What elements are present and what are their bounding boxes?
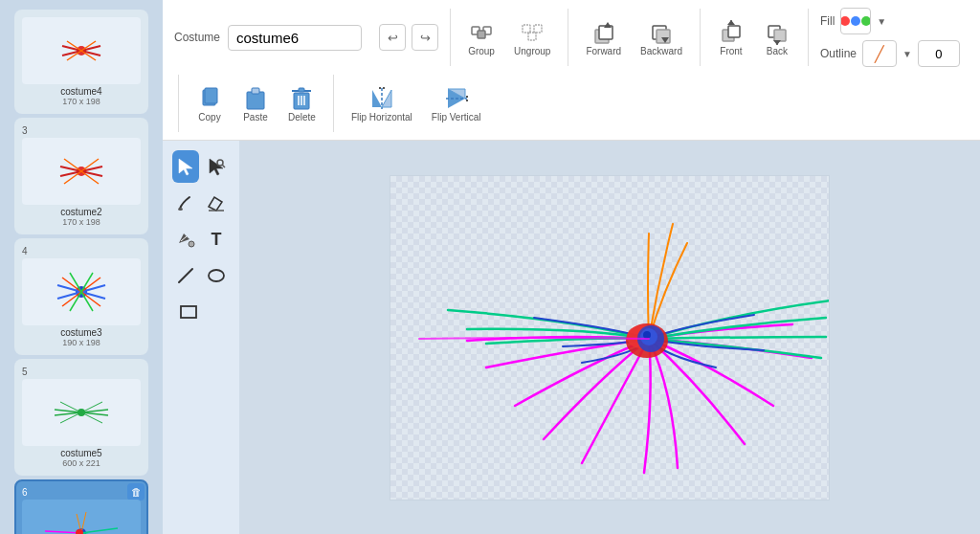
svg-rect-52 bbox=[534, 25, 542, 33]
svg-marker-89 bbox=[210, 159, 223, 175]
costume2-name: costume2 bbox=[22, 207, 141, 217]
costume2-preview bbox=[53, 147, 110, 195]
costume6-number: 6 bbox=[22, 487, 141, 498]
ellipse-tool[interactable] bbox=[203, 259, 230, 292]
back-button[interactable]: Back bbox=[758, 15, 796, 60]
flip-vertical-icon bbox=[444, 85, 469, 112]
svg-marker-78 bbox=[372, 90, 382, 107]
costume6-preview bbox=[43, 504, 120, 534]
front-button[interactable]: Front bbox=[712, 15, 750, 60]
main-area: Costume ↩ ↪ Group bbox=[163, 0, 980, 534]
front-icon bbox=[719, 19, 744, 46]
svg-rect-53 bbox=[528, 33, 536, 40]
flip-arrows-row: ↩ ↪ bbox=[379, 24, 438, 51]
tool-row-1 bbox=[172, 150, 230, 183]
svg-rect-65 bbox=[774, 30, 786, 41]
svg-rect-55 bbox=[599, 26, 612, 39]
back-icon bbox=[765, 19, 790, 46]
svg-rect-58 bbox=[657, 30, 670, 43]
text-tool[interactable]: T bbox=[203, 223, 230, 256]
svg-marker-79 bbox=[382, 90, 391, 107]
costume-item-costume6[interactable]: 6 🗑 costume6 528 x 324 bbox=[14, 479, 148, 534]
separator-5 bbox=[178, 75, 179, 132]
svg-point-92 bbox=[178, 208, 183, 211]
svg-point-109 bbox=[643, 331, 651, 339]
svg-marker-56 bbox=[604, 22, 612, 28]
fill-color-button[interactable] bbox=[840, 8, 871, 34]
backward-button[interactable]: Backward bbox=[635, 15, 688, 60]
group-button[interactable]: Group bbox=[462, 15, 501, 60]
outline-label: Outline bbox=[820, 47, 857, 60]
paste-button[interactable]: Paste bbox=[236, 81, 275, 126]
delete-label: Delete bbox=[288, 112, 316, 122]
costume2-size: 170 x 198 bbox=[22, 217, 141, 227]
reshape-tool[interactable] bbox=[203, 150, 230, 183]
delete-button[interactable]: Delete bbox=[282, 81, 322, 126]
eraser-tool[interactable] bbox=[203, 187, 230, 219]
costume-thumb-costume3 bbox=[22, 258, 141, 325]
svg-point-90 bbox=[217, 160, 223, 166]
fill-dropdown-arrow[interactable]: ▼ bbox=[877, 16, 886, 27]
svg-line-43 bbox=[81, 528, 118, 533]
svg-rect-71 bbox=[252, 88, 259, 94]
tool-row-5 bbox=[172, 296, 230, 328]
costume-item-costume4[interactable]: costume4 170 x 198 bbox=[14, 10, 148, 114]
svg-point-98 bbox=[209, 270, 224, 281]
forward-button[interactable]: Forward bbox=[580, 15, 627, 60]
costume-label: Costume bbox=[174, 31, 220, 44]
costume-item-costume3[interactable]: 4 costume3 190 x 198 bbox=[14, 238, 148, 355]
drawing-canvas[interactable] bbox=[390, 175, 830, 501]
rect-tool[interactable] bbox=[172, 296, 205, 328]
outline-dropdown-arrow[interactable]: ▼ bbox=[902, 49, 912, 59]
tool-row-2 bbox=[172, 187, 230, 219]
outline-color-button[interactable]: ╱ bbox=[862, 40, 897, 67]
svg-rect-70 bbox=[247, 92, 264, 109]
costume4-preview bbox=[53, 27, 110, 75]
flip-vertical-label: Flip Vertical bbox=[432, 112, 481, 122]
copy-button[interactable]: Copy bbox=[190, 81, 229, 126]
flip-vertical-button[interactable]: Flip Vertical bbox=[426, 81, 487, 126]
redo-button[interactable]: ↪ bbox=[412, 24, 438, 51]
copy-icon bbox=[199, 85, 220, 112]
tool-row-3: T bbox=[172, 223, 230, 256]
flip-horizontal-button[interactable]: Flip Horizontal bbox=[345, 81, 418, 126]
costume-thumb-costume4 bbox=[22, 17, 141, 84]
costume6-delete-button[interactable]: 🗑 bbox=[127, 483, 145, 501]
fill-tool[interactable] bbox=[172, 223, 199, 256]
outline-size-input[interactable] bbox=[918, 40, 960, 67]
flip-horizontal-icon bbox=[369, 85, 394, 112]
costume5-number: 5 bbox=[22, 367, 141, 377]
forward-icon bbox=[591, 19, 616, 46]
fill-row: Fill ▼ bbox=[820, 8, 954, 34]
brush-tool[interactable] bbox=[172, 187, 199, 219]
costume-item-costume5[interactable]: 5 costume5 600 x 221 bbox=[14, 359, 148, 476]
drawing-svg bbox=[390, 176, 830, 501]
costume-name-input[interactable] bbox=[228, 25, 362, 51]
outline-row: Outline ╱ ▼ bbox=[820, 40, 960, 67]
color-blue bbox=[851, 16, 860, 26]
svg-rect-51 bbox=[523, 25, 530, 33]
costume-thumb-costume6 bbox=[22, 500, 141, 534]
outline-slash-icon: ╱ bbox=[875, 45, 884, 63]
costume5-preview bbox=[53, 389, 110, 436]
costume-thumb-costume2 bbox=[22, 138, 141, 205]
separator-6 bbox=[333, 75, 334, 132]
canvas-area[interactable] bbox=[239, 141, 980, 534]
costume3-size: 190 x 198 bbox=[22, 338, 141, 347]
ungroup-button[interactable]: Ungroup bbox=[508, 15, 556, 60]
select-tool[interactable] bbox=[172, 150, 199, 183]
svg-marker-93 bbox=[209, 197, 222, 211]
tool-row-4 bbox=[172, 259, 230, 292]
costume-item-costume2[interactable]: 3 costume2 170 x 198 bbox=[14, 118, 148, 234]
costume-name-row: Costume bbox=[174, 25, 362, 51]
separator-2 bbox=[568, 9, 568, 66]
undo-button[interactable]: ↩ bbox=[379, 24, 406, 51]
toolbar: Costume ↩ ↪ Group bbox=[163, 0, 980, 141]
line-tool[interactable] bbox=[172, 259, 199, 292]
costume5-size: 600 x 221 bbox=[22, 458, 141, 468]
costume-thumb-costume5 bbox=[22, 379, 141, 446]
paste-icon bbox=[245, 85, 266, 112]
svg-rect-69 bbox=[205, 88, 217, 103]
svg-rect-61 bbox=[728, 26, 740, 37]
forward-label: Forward bbox=[586, 46, 621, 56]
